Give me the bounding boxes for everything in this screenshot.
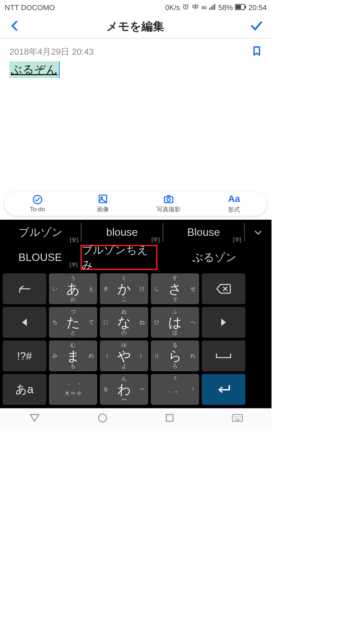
nav-recents-icon[interactable] xyxy=(165,413,174,424)
nav-back-icon[interactable] xyxy=(29,413,40,424)
candidate-text: BLOUSE xyxy=(18,251,62,264)
size-bot: 大 ⇔ 小 xyxy=(65,390,81,396)
candidate-text: ぶるゾン xyxy=(192,250,237,265)
svg-point-14 xyxy=(167,198,170,202)
tool-label: To-do xyxy=(30,206,45,213)
nav-keyboard-icon[interactable] xyxy=(232,414,243,423)
key-punct[interactable]: ？！、。 xyxy=(151,374,199,405)
key-ta[interactable]: つとちてた xyxy=(49,307,97,338)
key-undo[interactable] xyxy=(3,273,46,304)
candidate[interactable]: Blouse [半] xyxy=(163,220,244,245)
svg-rect-16 xyxy=(166,415,173,421)
key-symbols[interactable]: !?# xyxy=(3,340,46,371)
back-icon[interactable] xyxy=(8,19,21,34)
battery-icon xyxy=(235,3,246,12)
signal-icon xyxy=(209,3,216,12)
key-mode[interactable]: あa xyxy=(3,374,46,405)
battery-percent: 58% xyxy=(218,3,233,12)
key-ha[interactable]: ふほひへは xyxy=(151,307,199,338)
svg-rect-6 xyxy=(214,4,215,10)
net-speed: 0K/s xyxy=(165,3,180,12)
key-ra[interactable]: るろりれら xyxy=(151,340,199,371)
tool-label: 画像 xyxy=(97,205,109,213)
page-title: メモを編集 xyxy=(106,19,164,34)
candidate-text: ブルゾン xyxy=(18,225,63,240)
keyboard: ブルゾン [全] blouse [半] Blouse [半] BLOUSE [半… xyxy=(0,220,272,408)
tool-todo[interactable]: To-do xyxy=(5,192,70,216)
svg-rect-4 xyxy=(211,7,212,10)
key-right[interactable] xyxy=(202,307,245,338)
note-datetime: 2018年4月29日 20:43 xyxy=(9,46,94,58)
tool-label: 写真撮影 xyxy=(157,205,181,213)
key-wa[interactable]: ん〜をーわ xyxy=(100,374,148,405)
key-grid: うおいえあ くこきけか すそしせさ つとちてた ぬのにねな ふほひへは !?# … xyxy=(0,270,272,408)
eye-icon xyxy=(191,3,199,12)
candidate-row: ブルゾン [全] blouse [半] Blouse [半] xyxy=(0,220,272,245)
key-ya[interactable]: ゆよ（）や xyxy=(100,340,148,371)
candidate-text: blouse xyxy=(106,226,138,238)
meta-row: 2018年4月29日 20:43 xyxy=(0,39,272,61)
candidate-tag: [半] xyxy=(233,236,241,244)
alarm-icon xyxy=(182,3,189,12)
confirm-icon[interactable] xyxy=(249,19,263,34)
svg-point-2 xyxy=(195,6,196,7)
system-navbar xyxy=(0,408,272,428)
key-enter[interactable] xyxy=(202,374,245,405)
carrier: NTT DOCOMO xyxy=(5,3,55,12)
composing-text[interactable]: ぶるぞん xyxy=(9,61,59,78)
svg-point-12 xyxy=(101,197,103,198)
key-backspace[interactable] xyxy=(202,273,245,304)
clock: 20:54 xyxy=(248,3,267,12)
svg-point-1 xyxy=(193,5,198,8)
expand-candidates-icon[interactable] xyxy=(245,220,272,245)
app-header: メモを編集 xyxy=(0,15,272,39)
svg-rect-3 xyxy=(209,8,210,10)
format-icon: Aa xyxy=(228,194,240,204)
key-left[interactable] xyxy=(3,307,46,338)
svg-rect-8 xyxy=(236,5,241,9)
note-body[interactable]: ぶるぞん xyxy=(0,61,272,189)
nav-home-icon[interactable] xyxy=(98,413,108,424)
status-bar: NTT DOCOMO 0K/s 4G 58% 20:54 xyxy=(0,0,272,15)
size-top: ゛ ゜ xyxy=(64,383,82,390)
tool-format[interactable]: Aa 形式 xyxy=(201,192,267,216)
bookmark-icon[interactable] xyxy=(251,45,262,59)
candidate-highlighted[interactable]: ブルゾンちえみ xyxy=(80,245,158,270)
signal-4g-icon: 4G xyxy=(201,5,207,10)
key-space[interactable] xyxy=(202,340,245,371)
key-size-toggle[interactable]: ゛ ゜ 大 ⇔ 小 xyxy=(49,374,97,405)
candidate-tag: [半] xyxy=(69,262,78,269)
key-na[interactable]: ぬのにねな xyxy=(100,307,148,338)
candidate-tag: [全] xyxy=(70,236,78,244)
svg-point-15 xyxy=(99,414,107,422)
svg-rect-5 xyxy=(213,5,214,10)
candidate[interactable]: blouse [半] xyxy=(81,220,162,245)
candidate[interactable]: ブルゾン [全] xyxy=(0,220,81,245)
key-ma[interactable]: むもみめま xyxy=(49,340,97,371)
key-a[interactable]: うおいえあ xyxy=(49,273,97,304)
candidate[interactable]: ぶるゾン xyxy=(158,245,272,270)
tool-image[interactable]: 画像 xyxy=(70,192,136,216)
candidate-text: Blouse xyxy=(187,226,220,238)
candidate-text: ブルゾンちえみ xyxy=(82,243,156,272)
key-ka[interactable]: くこきけか xyxy=(100,273,148,304)
candidate[interactable]: BLOUSE [半] xyxy=(0,245,80,270)
status-right: 0K/s 4G 58% 20:54 xyxy=(165,3,267,12)
tool-camera[interactable]: 写真撮影 xyxy=(136,192,201,216)
insert-toolbar: To-do 画像 写真撮影 Aa 形式 xyxy=(5,192,267,216)
candidate-row: BLOUSE [半] ブルゾンちえみ ぶるゾン xyxy=(0,245,272,270)
key-sa[interactable]: すそしせさ xyxy=(151,273,199,304)
tool-label: 形式 xyxy=(228,206,240,214)
svg-rect-9 xyxy=(245,6,246,8)
